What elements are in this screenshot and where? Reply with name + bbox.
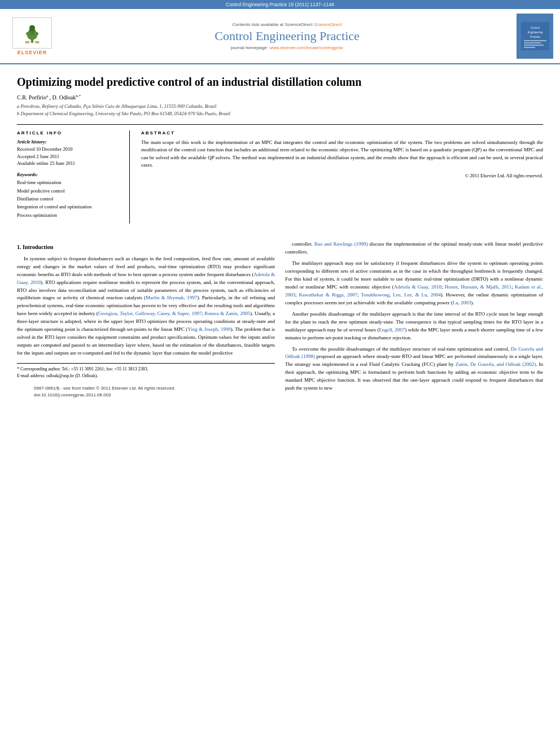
svg-rect-6 (25, 41, 29, 43)
ref-marlin-1997[interactable]: Marlin & Hrymak, 1997 (146, 295, 197, 300)
author-porfirio: C.R. Porfírio (17, 94, 46, 101)
svg-point-5 (33, 32, 38, 36)
ref-kawathekar-2007[interactable]: Kawathekar & Riggs, 2007 (299, 292, 357, 298)
sciencedirect-line: Contents lists available at ScienceDirec… (63, 22, 511, 27)
keyword-3: Distillation control (17, 195, 121, 203)
ref-engell-2007[interactable]: Engell, 2007 (379, 327, 405, 333)
article-container: Optimizing model predictive control of a… (0, 64, 560, 241)
journal-homepage-link[interactable]: www.elsevier.com/locate/conengprac (269, 45, 343, 50)
abstract-panel: ABSTRACT The main scope of this work is … (141, 130, 543, 224)
ref-adetola-2010-1[interactable]: Adetola & Guay, 2010 (17, 272, 275, 285)
journal-cover-image: Control Engineering Practice (517, 14, 553, 59)
sciencedirect-link[interactable]: ScienceDirect (314, 22, 342, 27)
keyword-2: Model predictive control (17, 187, 121, 195)
ref-georgiou-1997[interactable]: Georgiou, Taylor, Galloway, Casey, & Sap… (98, 311, 202, 316)
journal-homepage-line: journal homepage: www.elsevier.com/locat… (63, 45, 511, 50)
body-column-left: 1. Introduction In systems subject to fr… (17, 241, 275, 401)
ref-ying-1999[interactable]: Ying & Joseph, 1999 (187, 326, 230, 332)
svg-text:Practice: Practice (530, 35, 540, 38)
elsevier-logo-image (12, 18, 52, 49)
ref-rao-1999[interactable]: Rao and Rawlings (1999) (314, 241, 368, 247)
article-title: Optimizing model predictive control of a… (17, 75, 543, 89)
journal-center-info: Contents lists available at ScienceDirec… (63, 22, 511, 50)
available-date: Available online 25 June 2011 (17, 160, 121, 167)
article-info-panel: ARTICLE INFO Article history: Received 1… (17, 130, 130, 224)
ref-hosen-2011[interactable]: Hosen, Hussain, & Mjalli, 2011 (445, 284, 511, 290)
ref-zanin-2002[interactable]: Zanin, De Gouvêa, and Odloak (2002) (456, 361, 536, 367)
affiliations: a Petrobras, Refinery of Cubatão, Pça St… (17, 103, 543, 117)
abstract-label: ABSTRACT (141, 130, 543, 136)
affiliation-a: a Petrobras, Refinery of Cubatão, Pça St… (17, 103, 543, 110)
keyword-5: Process optimization (17, 211, 121, 219)
svg-point-4 (26, 32, 31, 36)
authors-line: C.R. Porfírioa , D. Odloakb,* (17, 94, 543, 101)
author-b-super: b,* (76, 94, 81, 98)
ref-tosukhowong-2004[interactable]: Tosukhowong, Lee, Lee, & Lu, 2004 (361, 292, 441, 298)
right-para-1: controller. Rao and Rawlings (1999) disc… (285, 241, 543, 256)
author-a-super: a (46, 94, 48, 98)
svg-rect-12 (524, 40, 546, 41)
author-odloak: , D. Odloak (50, 94, 76, 101)
right-para-3: Another possible disadvantage of the mul… (285, 311, 543, 342)
article-history-heading: Article history: (17, 139, 121, 145)
intro-heading: 1. Introduction (17, 243, 275, 252)
footnote-area: * Corresponding author. Tel.: +55 11 309… (17, 363, 275, 379)
keywords-heading: Keywords: (17, 172, 121, 177)
journal-header: ELSEVIER Contents lists available at Sci… (0, 9, 560, 64)
footer-issn: 0967-0661/$ - see front matter © 2011 El… (17, 383, 275, 401)
article-info-label: ARTICLE INFO (17, 130, 121, 136)
keywords-list: Real-time optimization Model predictive … (17, 178, 121, 219)
keywords-group: Keywords: Real-time optimization Model p… (17, 172, 121, 219)
footnote-star: * Corresponding author. Tel.: +55 11 309… (17, 366, 275, 373)
ref-rotava-2005[interactable]: Rotava & Zanin, 2005 (204, 311, 250, 316)
svg-text:Engineering: Engineering (527, 30, 542, 34)
elsevier-logo: ELSEVIER (7, 18, 58, 55)
copyright-line: © 2011 Elsevier Ltd. All rights reserved… (141, 173, 543, 178)
elsevier-brand-text: ELSEVIER (18, 50, 47, 55)
footnote-email: E-mail address: odloak@usp.br (D. Odloak… (17, 373, 275, 379)
svg-rect-15 (524, 47, 535, 48)
ref-lu-2003[interactable]: Lu, 2003 (453, 300, 471, 305)
svg-rect-13 (524, 42, 541, 43)
right-para-4: To overcome the possible disadvantages o… (285, 346, 543, 393)
journal-title: Control Engineering Practice (63, 29, 511, 43)
right-para-2: The multilayer approach may not be satis… (285, 260, 543, 307)
accepted-date: Accepted 2 June 2011 (17, 153, 121, 160)
body-column-right: controller. Rao and Rawlings (1999) disc… (285, 241, 543, 401)
svg-rect-7 (35, 41, 39, 43)
article-history-group: Article history: Received 10 December 20… (17, 139, 121, 167)
svg-rect-14 (524, 45, 544, 46)
svg-point-3 (29, 25, 35, 31)
article-info-abstract-section: ARTICLE INFO Article history: Received 1… (17, 124, 543, 224)
journal-citation-bar: Control Engineering Practice 19 (2011) 1… (0, 0, 560, 9)
ref-adetola-2010-2[interactable]: Adetola & Guay, 2010 (394, 284, 441, 290)
svg-text:Control: Control (530, 26, 539, 29)
main-body: 1. Introduction In systems subject to fr… (0, 241, 560, 401)
affiliation-b: b Department of Chemical Engineering, Un… (17, 110, 543, 117)
intro-para-1: In systems subject to frequent disturban… (17, 255, 275, 357)
ref-degouvea-1998[interactable]: De Gouvêa and Odloak (1998) (285, 346, 543, 360)
received-date: Received 10 December 2010 (17, 146, 121, 153)
abstract-text: The main scope of this work is the imple… (141, 139, 543, 169)
keyword-4: Integration of control and optimization (17, 203, 121, 211)
keyword-1: Real-time optimization (17, 178, 121, 186)
